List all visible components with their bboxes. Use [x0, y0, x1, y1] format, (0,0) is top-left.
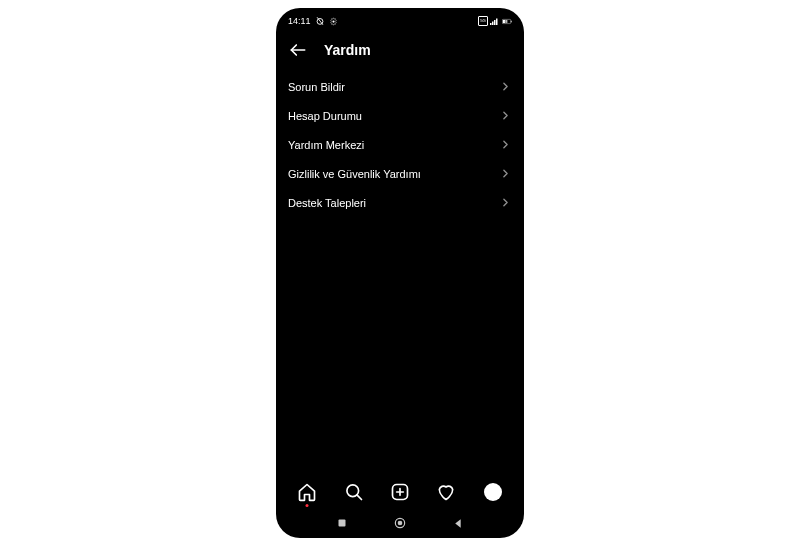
- status-right: 5G 60: [478, 16, 512, 26]
- menu-item-help-center[interactable]: Yardım Merkezi: [288, 130, 512, 159]
- chevron-right-icon: [499, 167, 512, 180]
- menu-item-support-requests[interactable]: Destek Talepleri: [288, 188, 512, 217]
- nav-home[interactable]: [295, 480, 319, 504]
- settings-status-icon: [329, 16, 339, 26]
- menu-item-label: Sorun Bildir: [288, 81, 345, 93]
- notification-dot-icon: [306, 504, 309, 507]
- chevron-right-icon: [499, 196, 512, 209]
- svg-rect-8: [511, 20, 512, 22]
- menu-item-label: Hesap Durumu: [288, 110, 362, 122]
- svg-line-12: [356, 495, 361, 500]
- alarm-off-icon: [315, 16, 325, 26]
- nav-profile[interactable]: [481, 480, 505, 504]
- menu-item-privacy-security-help[interactable]: Gizlilik ve Güvenlik Yardımı: [288, 159, 512, 188]
- phone-frame: 14:11 5G 60 Yardım Sorun B: [276, 8, 524, 538]
- signal-icon: [490, 16, 500, 26]
- nav-new-post[interactable]: [388, 480, 412, 504]
- network-type-icon: 5G: [478, 16, 488, 26]
- status-bar: 14:11 5G 60: [276, 12, 524, 30]
- bottom-nav: [276, 472, 524, 512]
- status-left: 14:11: [288, 16, 339, 26]
- system-back-button[interactable]: [451, 516, 465, 530]
- avatar: [484, 483, 502, 501]
- page-header: Yardım: [276, 30, 524, 72]
- svg-rect-2: [490, 23, 492, 25]
- chevron-right-icon: [499, 138, 512, 151]
- menu-item-account-status[interactable]: Hesap Durumu: [288, 101, 512, 130]
- chevron-right-icon: [499, 109, 512, 122]
- help-menu-list: Sorun Bildir Hesap Durumu Yardım Merkezi…: [276, 72, 524, 472]
- svg-rect-16: [339, 520, 346, 527]
- nav-activity[interactable]: [434, 480, 458, 504]
- page-title: Yardım: [324, 42, 371, 58]
- system-recent-button[interactable]: [335, 516, 349, 530]
- nav-search[interactable]: [342, 480, 366, 504]
- status-time: 14:11: [288, 16, 311, 26]
- svg-rect-3: [492, 21, 494, 25]
- svg-point-1: [332, 20, 334, 22]
- svg-rect-4: [494, 20, 496, 25]
- menu-item-label: Destek Talepleri: [288, 197, 366, 209]
- svg-point-18: [398, 521, 402, 525]
- svg-rect-5: [496, 18, 498, 25]
- system-home-button[interactable]: [393, 516, 407, 530]
- system-nav-bar: [276, 512, 524, 538]
- back-button[interactable]: [288, 40, 308, 60]
- menu-item-label: Yardım Merkezi: [288, 139, 364, 151]
- chevron-right-icon: [499, 80, 512, 93]
- menu-item-label: Gizlilik ve Güvenlik Yardımı: [288, 168, 421, 180]
- menu-item-report-problem[interactable]: Sorun Bildir: [288, 72, 512, 101]
- battery-icon: 60: [502, 16, 512, 26]
